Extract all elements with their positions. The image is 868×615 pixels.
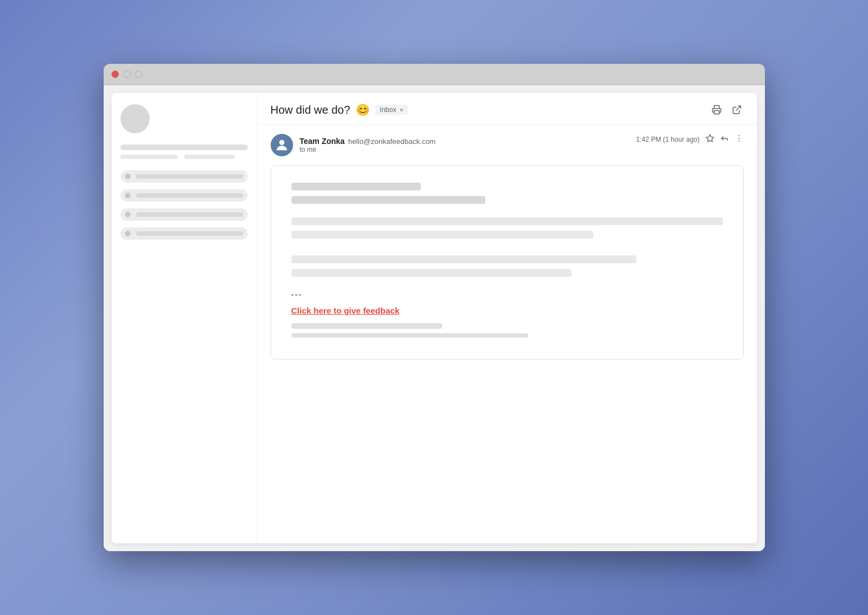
sender-avatar: [271, 134, 293, 156]
sidebar-label-3: [136, 212, 243, 217]
post-link-skeleton-1: [291, 323, 443, 329]
star-icon[interactable]: [705, 134, 714, 145]
sidebar-dot-4: [125, 231, 131, 236]
minimize-button[interactable]: [123, 71, 131, 78]
inbox-badge[interactable]: Inbox ×: [375, 105, 408, 115]
sidebar-item-4[interactable]: [120, 227, 248, 240]
subject-emoji: 😊: [356, 103, 370, 117]
sender-right: 1:42 PM (1 hour ago): [636, 134, 743, 145]
browser-window: How did we do? 😊 Inbox ×: [104, 64, 765, 551]
browser-content: How did we do? 😊 Inbox ×: [104, 85, 765, 551]
badge-label: Inbox: [380, 106, 396, 114]
sidebar-label-2: [136, 193, 243, 198]
content-skeleton-4: [291, 231, 593, 239]
sender-email: hello@zonkafeedback.com: [348, 137, 435, 146]
external-link-icon[interactable]: [730, 103, 744, 117]
subject-row: How did we do? 😊 Inbox ×: [271, 103, 408, 117]
badge-close-icon[interactable]: ×: [400, 106, 403, 113]
content-skeleton-6: [291, 269, 572, 277]
sidebar-dot-2: [125, 193, 131, 198]
sidebar-label-4: [136, 231, 243, 236]
svg-rect-0: [714, 111, 719, 114]
maximize-button[interactable]: [135, 71, 142, 78]
avatar: [120, 104, 150, 133]
sidebar-item-3[interactable]: [120, 208, 248, 221]
svg-point-2: [279, 140, 284, 145]
header-actions: [710, 103, 744, 117]
svg-line-1: [736, 106, 740, 110]
separator-dashes: ---: [291, 290, 723, 299]
content-skeleton-1: [291, 183, 421, 190]
title-bar: [104, 64, 765, 85]
sidebar-item-2[interactable]: [120, 189, 248, 202]
sidebar-label-1: [136, 174, 243, 179]
print-icon[interactable]: [710, 103, 723, 117]
svg-marker-3: [706, 134, 713, 142]
sidebar-item-1[interactable]: [120, 170, 248, 183]
email-body[interactable]: Team Zonka hello@zonkafeedback.com to me…: [257, 125, 757, 543]
content-gap-1: [291, 244, 723, 255]
post-link-skeleton-2: [291, 333, 529, 338]
sidebar-dot-1: [125, 174, 131, 179]
sender-left: Team Zonka hello@zonkafeedback.com to me: [271, 134, 436, 156]
email-header: How did we do? 😊 Inbox ×: [257, 93, 757, 125]
content-skeleton-2: [291, 196, 486, 204]
content-skeleton-5: [291, 255, 637, 263]
sender-row: Team Zonka hello@zonkafeedback.com to me…: [271, 134, 744, 156]
sidebar-skeleton-line-2: [120, 155, 178, 159]
feedback-link[interactable]: Click here to give feedback: [291, 306, 400, 315]
more-options-icon[interactable]: [735, 134, 744, 145]
email-subject: How did we do?: [271, 104, 350, 117]
sidebar-skeleton-line-1: [120, 145, 248, 150]
svg-point-5: [739, 138, 740, 139]
sender-info: Team Zonka hello@zonkafeedback.com to me: [300, 137, 436, 153]
sender-to: to me: [300, 146, 436, 153]
svg-point-4: [739, 135, 740, 136]
content-skeleton-3: [291, 217, 723, 225]
reply-icon[interactable]: [720, 134, 729, 145]
email-content-box: --- Click here to give feedback: [271, 165, 744, 360]
sidebar: [112, 93, 257, 543]
sidebar-skeleton-line-3: [184, 155, 235, 159]
sender-name: Team Zonka: [300, 137, 345, 146]
svg-point-6: [739, 141, 740, 142]
close-button[interactable]: [112, 71, 119, 78]
sidebar-dot-3: [125, 212, 131, 217]
email-main: How did we do? 😊 Inbox ×: [257, 93, 757, 543]
timestamp: 1:42 PM (1 hour ago): [636, 136, 699, 143]
gmail-container: How did we do? 😊 Inbox ×: [112, 93, 757, 543]
